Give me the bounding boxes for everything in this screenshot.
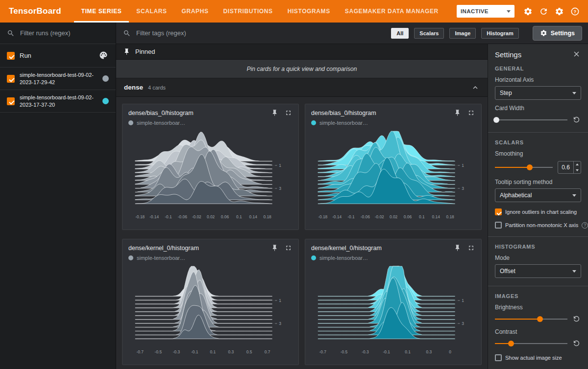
filter-chip-image[interactable]: Image bbox=[449, 28, 476, 39]
settings-button[interactable]: Settings bbox=[533, 26, 582, 41]
run-row[interactable]: simple-tensorboard-test-09-02-2023-17-29… bbox=[0, 68, 116, 90]
histogram-chart[interactable]: 13-0.7-0.5-0.3-0.10.10.30.50.7 bbox=[128, 262, 293, 359]
slider-knob[interactable] bbox=[527, 164, 533, 170]
svg-text:1: 1 bbox=[462, 298, 464, 303]
smoothing-number-input[interactable]: 0.6 bbox=[558, 161, 581, 174]
smoothing-label: Smoothing bbox=[495, 150, 581, 157]
legend-run-name: simple-tensorboar… bbox=[319, 120, 368, 126]
filter-chip-scalars[interactable]: Scalars bbox=[414, 28, 444, 39]
svg-text:3: 3 bbox=[462, 186, 464, 191]
svg-text:-0.18: -0.18 bbox=[135, 214, 145, 219]
card-grid: dense/bias_0/histogram simple-tensorboar… bbox=[116, 97, 488, 369]
svg-text:-0.1: -0.1 bbox=[191, 349, 198, 354]
run-status-dropdown[interactable]: INACTIVE bbox=[457, 5, 514, 18]
run-checkbox[interactable] bbox=[7, 97, 15, 105]
histogram-mode-select[interactable]: Offset bbox=[495, 264, 581, 278]
filter-chip-histogram[interactable]: Histogram bbox=[481, 28, 518, 39]
svg-text:1: 1 bbox=[279, 163, 281, 168]
app-logo: TensorBoard bbox=[0, 0, 74, 23]
help-icon[interactable]: ? bbox=[582, 222, 588, 229]
palette-icon[interactable] bbox=[99, 51, 109, 61]
fullscreen-card-button[interactable] bbox=[467, 244, 475, 252]
run-select-all-label: Run bbox=[20, 52, 94, 59]
card-title: dense/kernel_0/histogram bbox=[311, 245, 454, 252]
pin-card-button[interactable] bbox=[271, 109, 279, 117]
main-nav: TIME SERIES SCALARS GRAPHS DISTRIBUTIONS… bbox=[74, 0, 446, 23]
run-row[interactable]: simple-tensorboard-test-09-02-2023-17-37… bbox=[0, 90, 116, 113]
tab-histograms[interactable]: HISTOGRAMS bbox=[280, 0, 338, 23]
tab-graphs[interactable]: GRAPHS bbox=[174, 0, 216, 23]
histogram-chart[interactable]: 13-0.18-0.14-0.1-0.06-0.020.020.060.10.1… bbox=[128, 127, 293, 224]
horizontal-axis-value: Step bbox=[500, 90, 512, 96]
legend-run-name: simple-tensorboar… bbox=[137, 255, 185, 261]
brightness-slider[interactable] bbox=[495, 316, 567, 323]
svg-text:0.1: 0.1 bbox=[210, 349, 216, 354]
tags-filter-input[interactable] bbox=[135, 29, 386, 37]
svg-text:0: 0 bbox=[449, 349, 451, 354]
brightness-label: Brightness bbox=[495, 304, 581, 311]
runs-filter-input[interactable] bbox=[19, 29, 109, 37]
status-value: INACTIVE bbox=[461, 8, 489, 14]
ignore-outliers-checkbox[interactable] bbox=[495, 208, 502, 215]
reset-contrast-icon[interactable] bbox=[572, 339, 581, 348]
chevron-down-icon bbox=[572, 270, 576, 273]
contrast-slider[interactable] bbox=[495, 340, 567, 347]
svg-text:-0.06: -0.06 bbox=[178, 214, 187, 219]
svg-text:0.02: 0.02 bbox=[207, 214, 215, 219]
tooltip-sort-select[interactable]: Alphabetical bbox=[495, 188, 581, 202]
histogram-card-kernel-run1: dense/kernel_0/histogram simple-tensorbo… bbox=[122, 239, 299, 365]
svg-text:-0.14: -0.14 bbox=[149, 214, 159, 219]
svg-text:0.3: 0.3 bbox=[426, 349, 432, 354]
svg-text:1: 1 bbox=[279, 298, 281, 303]
help-icon[interactable]: ? bbox=[569, 6, 580, 17]
legend-run-name: simple-tensorboar… bbox=[319, 255, 368, 261]
fullscreen-card-button[interactable] bbox=[467, 109, 475, 117]
settings-gear-icon[interactable] bbox=[554, 6, 564, 17]
card-width-slider[interactable] bbox=[495, 116, 567, 123]
tab-distributions[interactable]: DISTRIBUTIONS bbox=[216, 0, 280, 23]
run-checkbox[interactable] bbox=[7, 75, 15, 83]
pin-card-button[interactable] bbox=[271, 244, 279, 252]
slider-knob[interactable] bbox=[493, 117, 499, 123]
filter-chip-all[interactable]: All bbox=[391, 28, 409, 39]
tags-filter bbox=[123, 29, 386, 37]
pin-card-button[interactable] bbox=[454, 244, 462, 252]
histogram-mode-label: Mode bbox=[495, 254, 581, 261]
pinned-hint-text: Pin cards for a quick view and compariso… bbox=[247, 66, 357, 72]
reset-card-width-icon[interactable] bbox=[572, 115, 581, 124]
slider-knob[interactable] bbox=[508, 341, 514, 346]
smoothing-value: 0.6 bbox=[558, 161, 573, 173]
card-legend: simple-tensorboar… bbox=[128, 255, 293, 261]
reset-brightness-icon[interactable] bbox=[572, 315, 581, 323]
svg-text:0.3: 0.3 bbox=[228, 349, 234, 354]
run-color-dot bbox=[128, 255, 133, 260]
histogram-chart[interactable]: 13-0.7-0.5-0.3-0.10.10.30 bbox=[311, 262, 475, 359]
run-select-all-checkbox[interactable] bbox=[7, 52, 15, 60]
show-actual-size-checkbox[interactable] bbox=[495, 354, 502, 361]
tag-group-header-dense[interactable]: dense 4 cards bbox=[116, 78, 488, 97]
stepper-down-button[interactable] bbox=[574, 167, 581, 173]
app-header: TensorBoard TIME SERIES SCALARS GRAPHS D… bbox=[0, 0, 588, 23]
tab-sagemaker-data-manager[interactable]: SAGEMAKER DATA MANAGER bbox=[338, 0, 446, 23]
tab-scalars[interactable]: SCALARS bbox=[129, 0, 174, 23]
fullscreen-card-button[interactable] bbox=[285, 109, 293, 117]
horizontal-axis-select[interactable]: Step bbox=[495, 86, 581, 100]
tab-time-series[interactable]: TIME SERIES bbox=[74, 0, 129, 23]
pin-card-button[interactable] bbox=[454, 109, 462, 117]
slider-knob[interactable] bbox=[537, 316, 543, 322]
svg-text:3: 3 bbox=[279, 186, 281, 191]
close-icon[interactable] bbox=[572, 50, 581, 59]
smoothing-slider[interactable] bbox=[495, 164, 553, 171]
tag-group-name: dense bbox=[124, 84, 143, 91]
partition-x-checkbox[interactable] bbox=[495, 222, 502, 229]
tensorboard-app: TensorBoard TIME SERIES SCALARS GRAPHS D… bbox=[0, 0, 588, 369]
histogram-chart[interactable]: 13-0.18-0.14-0.1-0.06-0.020.020.060.10.1… bbox=[311, 127, 475, 224]
run-label: simple-tensorboard-test-09-02-2023-17-29… bbox=[20, 71, 98, 86]
reload-settings-icon[interactable] bbox=[522, 6, 533, 17]
refresh-icon[interactable] bbox=[538, 6, 549, 17]
stepper-up-button[interactable] bbox=[574, 161, 581, 167]
svg-text:3: 3 bbox=[279, 321, 281, 326]
settings-panel-title: Settings bbox=[495, 50, 521, 59]
fullscreen-card-button[interactable] bbox=[285, 244, 293, 252]
tooltip-sort-value: Alphabetical bbox=[500, 192, 532, 199]
